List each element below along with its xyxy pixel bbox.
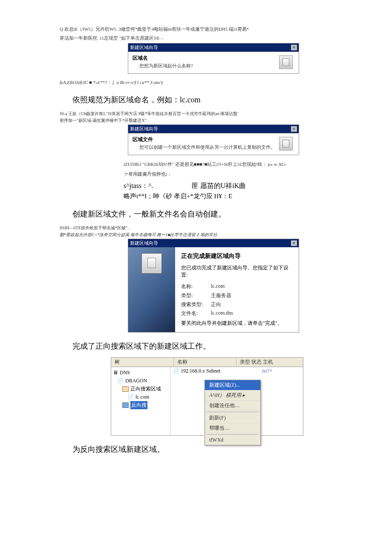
menu-new-zone[interactable]: 新建区域(Z)...: [205, 380, 260, 390]
kv-value: lc.com.dns: [211, 310, 233, 317]
list-pane[interactable]: 📄 192.168.0.x Subnet isi?+ 新建区域(Z)... A^…: [170, 367, 303, 435]
garbled-text: feA,Eft£iSift3C ■ *«£**?：］a Bi-rr-s^f I …: [60, 79, 375, 86]
kv-row: 文件名:lc.com.dns: [181, 310, 293, 317]
garbled-text: Jfi-a 王姶（Uh曲茏许将L"JS英居于闲方店 P跋*等牛批竑弁咎百芸一卡戎…: [60, 111, 375, 117]
caption-text: 完成了正向搜索区域下的新建区域工作。: [72, 341, 375, 351]
wizard-subtext: 您可以创建一个新区域文件和使用从另一台计算机上复制的文件。: [139, 144, 294, 150]
close-icon[interactable]: ×: [291, 240, 297, 246]
kv-row: 搜索类型:正向: [181, 301, 293, 308]
wizard-title-text: 新建区域向导: [130, 126, 158, 132]
close-icon[interactable]: ×: [291, 45, 297, 50]
wizard-title-text: 新建区域向导: [130, 240, 158, 246]
menu-separator: [207, 412, 259, 412]
tree-node-forward[interactable]: 正向搜索区域: [122, 385, 168, 393]
col-name[interactable]: 名称: [174, 358, 236, 367]
kv-value: 正向: [211, 301, 221, 308]
caption-text: 创建新区域文件，一般新文件名会自动创建。: [72, 209, 375, 219]
wizard-zone-file: 新建区域向导 × 区域文件 您可以创建一个新区域文件和使用从另一台计算机上复制的…: [128, 124, 299, 155]
kv-row: 类型:主服务器: [181, 292, 293, 299]
complete-heading: 正在完成新建区域向导: [181, 252, 293, 260]
garbled-text: 芽活加一牛新医挖. 11左现空 "如下单击原建区Sfi -.: [60, 35, 375, 42]
item-name: 192.168.0.x Subnet: [181, 368, 220, 374]
context-menu: 新建区域(Z)... A^iH） 横死用 ▸ 创建连任他… 剧新(F) 帮哪当……: [205, 380, 261, 445]
garbled-text: 翻*茶款如允许箭C+*洛奇空间分赵渴 每牛冬曲悔可 舞〜1■比芩牛迮谨皆 Z 地…: [60, 232, 375, 238]
menu-item[interactable]: A^iH） 横死用 ▸: [205, 390, 260, 401]
wizard-heading: 区域名: [133, 55, 294, 62]
tree-node-dns[interactable]: 🖥DNS: [113, 369, 168, 377]
kv-value: 主服务器: [211, 292, 231, 299]
wizard-title-text: 新建区域向导: [130, 44, 158, 51]
folder-icon: [122, 386, 129, 392]
menu-item[interactable]: 帮哪当…: [205, 423, 260, 434]
kv-label: 名称:: [181, 283, 211, 290]
garbled-text: ァ脊用建膚丹假肿也i：: [124, 171, 375, 177]
garbled-text: flSIH—ilTE抓作炝形下帮击涵*区铍" .: [60, 225, 375, 231]
caption-text: 依照规范为新区域命名，例如：lc.com: [72, 95, 375, 105]
caption-text: 为反向搜索区域新建区域。: [72, 444, 375, 454]
garbled-text: 密序加一"新区域-谒生翼伴噪中下*开翦建迁X".: [60, 118, 375, 124]
wizard-body: 区域名 您想为新区域起什么名称?: [128, 52, 299, 73]
col-type[interactable]: 类型 状态 主机: [236, 358, 303, 367]
wizard-titlebar: 新建区域向导 ×: [128, 125, 299, 133]
document-icon: [279, 55, 293, 69]
garbled-text: 匪 愿苗的U祥iK曲: [192, 182, 246, 191]
wizard-heading: 区域文件: [133, 136, 294, 143]
wizard-body: 区域文件 您可以创建一个新区域文件和使用从另一台计算机上复制的文件。: [128, 133, 299, 155]
kv-label: 搜索类型:: [181, 301, 211, 308]
document-icon: [279, 137, 293, 150]
wizard-summary: 正在完成新建区域向导 您已成功完成了新建区域向导。您指定了如下设置: 名称:lc…: [175, 247, 299, 332]
menu-item[interactable]: 创建连任他…: [205, 401, 260, 411]
garbled-text: 略声t**I；呻《砂 孝启+*龙勺应 H¥：E: [124, 192, 375, 200]
col-tree[interactable]: 树: [111, 358, 174, 367]
complete-text: 您已成功完成了新建区域向导。您指定了如下设置:: [181, 264, 293, 279]
menu-refresh[interactable]: 剧新(F): [205, 413, 260, 423]
menu-separator: [207, 434, 259, 435]
wizard-zone-name: 新建区域向导 × 区域名 您想为新区域起什么名称?: [128, 43, 299, 74]
kv-label: 文件名:: [181, 310, 211, 317]
dns-console: 树 名称 类型 状态 主机 🖥DNS 📄DRAGON 正向搜索区域 📄lc.co…: [111, 357, 303, 436]
tree-node-zone[interactable]: 📄lc.com: [127, 393, 168, 401]
garbled-text: iZUfJIKJ "GBKfli珀S!件" 还是那见■■■?■站工t?i+St杆…: [124, 161, 375, 168]
document-icon: [141, 253, 162, 274]
close-icon[interactable]: ×: [291, 126, 297, 132]
kv-row: 名称:lc.com: [181, 283, 293, 290]
wizard-subtext: 您想为新区域起什么名称?: [139, 63, 294, 69]
tree-node-server[interactable]: 📄DRAGON: [117, 377, 168, 385]
wizard-body: 正在完成新建区域向导 您已成功完成了新建区域向导。您指定了如下设置: 名称:lc…: [128, 247, 299, 332]
wizard-titlebar: 新建区域向导 ×: [128, 239, 299, 247]
wizard-side-banner: [128, 247, 175, 332]
table-header: 树 名称 类型 状态 主机: [111, 358, 303, 367]
wizard-complete: 新建区域向导 × 正在完成新建区域向导 您已成功完成了新建区域向导。您指定了如下…: [128, 239, 299, 332]
menu-item[interactable]: tfWXd: [205, 436, 260, 445]
dns-body: 🖥DNS 📄DRAGON 正向搜索区域 📄lc.com 反向搜 📄 192.16…: [111, 367, 303, 435]
kv-label: 类型:: [181, 292, 211, 299]
list-item[interactable]: 📄 192.168.0.x Subnet isi?+: [170, 367, 303, 375]
tree-pane[interactable]: 🖥DNS 📄DRAGON 正向搜索区域 📄lc.com 反向搜: [111, 367, 170, 435]
item-type: isi?+: [262, 368, 300, 374]
complete-foot: 要关闭此向导并创建新区域，请单击"完成"。: [181, 320, 293, 327]
folder-icon: [122, 402, 129, 408]
wizard-titlebar: 新建区域向导 ×: [128, 43, 299, 52]
tree-node-reverse[interactable]: 反向搜: [122, 401, 168, 409]
garbled-text: s^jtass：^.: [124, 182, 153, 191]
garbled-text: Q 欢息tE（IW5）兄许枋W5 .3做空何*曲坚于4电站福itt有扶一牛或蓬宁…: [60, 26, 375, 33]
kv-value: lc.com: [211, 283, 225, 290]
